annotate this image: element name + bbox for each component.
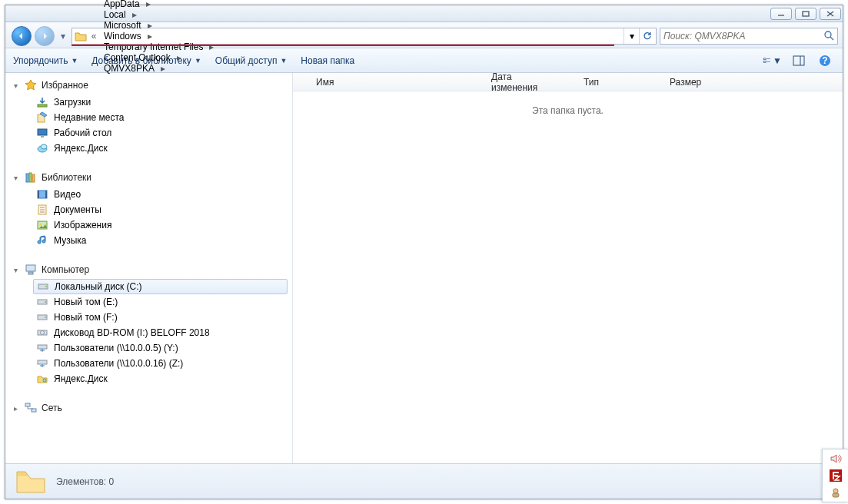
back-button[interactable] — [12, 26, 32, 46]
organize-label: Упорядочить — [13, 55, 68, 66]
volume-icon[interactable] — [830, 453, 842, 465]
libraries-header[interactable]: ▾ Библиотеки — [5, 170, 292, 187]
tree-item[interactable]: Пользователи (\\10.0.0.16) (Z:) — [5, 356, 292, 371]
svg-rect-24 — [38, 191, 39, 198]
svg-point-19 — [41, 144, 47, 149]
svg-rect-20 — [26, 174, 28, 182]
favorites-header[interactable]: ▾ Избранное — [5, 78, 292, 94]
search-input[interactable] — [663, 31, 823, 41]
column-size[interactable]: Размер — [647, 73, 716, 91]
maximize-button[interactable] — [795, 8, 816, 20]
tree-item[interactable]: Музыка — [5, 233, 292, 248]
yadiskf-icon — [36, 373, 48, 385]
computer-icon — [25, 264, 37, 276]
svg-rect-17 — [41, 136, 44, 138]
tree-item[interactable]: Яндекс.Диск — [5, 141, 292, 156]
breadcrumb-chevron-icon[interactable]: ▸ — [207, 41, 216, 52]
recent-icon — [36, 111, 48, 124]
close-button[interactable] — [820, 8, 841, 20]
breadcrumb-chevron-icon[interactable]: ▸ — [158, 63, 168, 74]
search-icon[interactable] — [823, 30, 834, 43]
computer-header[interactable]: ▾ Компьютер — [5, 262, 292, 279]
tree-item[interactable]: Документы — [5, 202, 292, 217]
tree-item[interactable]: Видео — [5, 187, 292, 202]
libraries-label: Библиотеки — [42, 172, 91, 183]
network-label: Сеть — [42, 403, 62, 413]
breadcrumb-chevron-icon[interactable]: ▸ — [144, 0, 153, 9]
breadcrumb-chevron-icon[interactable]: ▸ — [175, 52, 184, 63]
computer-label: Компьютер — [42, 264, 89, 275]
minimize-button[interactable] — [770, 8, 792, 20]
breadcrumb-segment[interactable]: Local — [100, 9, 130, 20]
breadcrumb-chevron-icon[interactable]: ▸ — [130, 9, 139, 20]
tree-item[interactable]: Пользователи (\\10.0.0.5) (Y:) — [5, 340, 292, 356]
tree-item[interactable]: Недавние места — [5, 110, 292, 125]
collapse-icon[interactable]: ▾ — [12, 81, 20, 90]
network-group: ▸ Сеть — [5, 400, 292, 417]
tree-item-label: Музыка — [54, 235, 86, 246]
collapse-icon[interactable]: ▾ — [12, 266, 20, 274]
nav-history-dropdown[interactable]: ▾ — [58, 31, 68, 41]
tree-item-label: Яндекс.Диск — [54, 373, 108, 384]
tree-item[interactable]: Загрузки — [5, 94, 292, 110]
help-button[interactable]: ? — [815, 52, 835, 69]
app-tray-icon[interactable] — [830, 486, 842, 499]
tree-item[interactable]: Новый том (F:) — [5, 310, 292, 325]
new-folder-button[interactable]: Новая папка — [301, 55, 354, 66]
disk-icon — [36, 311, 48, 323]
share-label: Общий доступ — [215, 55, 278, 66]
organize-menu[interactable]: Упорядочить▼ — [13, 55, 78, 66]
network-icon — [25, 402, 37, 414]
collapse-icon[interactable]: ▾ — [12, 174, 20, 182]
address-bar-wrap: « AppData▸Local▸Microsoft▸Windows▸Tempor… — [71, 28, 657, 45]
svg-rect-22 — [32, 174, 35, 182]
breadcrumb-segment[interactable]: Temporary Internet Files — [100, 41, 207, 52]
folder-icon — [74, 29, 88, 43]
svg-rect-32 — [26, 265, 35, 271]
disk-icon — [37, 280, 49, 293]
column-type[interactable]: Тип — [560, 73, 647, 91]
tree-item[interactable]: Изображения — [5, 217, 292, 233]
svg-rect-33 — [28, 272, 33, 274]
share-menu[interactable]: Общий доступ▼ — [215, 55, 288, 66]
status-text: Элементов: 0 — [56, 476, 114, 487]
column-date[interactable]: Дата изменения — [468, 73, 560, 91]
tree-item[interactable]: Локальный диск (C:) — [33, 279, 288, 294]
svg-rect-49 — [833, 493, 839, 497]
breadcrumb-chevron-icon[interactable]: ▸ — [145, 31, 155, 41]
breadcrumb-chevron-icon[interactable]: ▸ — [145, 20, 155, 31]
address-bar[interactable]: « AppData▸Local▸Microsoft▸Windows▸Tempor… — [71, 28, 657, 45]
navigation-tree[interactable]: ▾ Избранное ЗагрузкиНедавние местаРабочи… — [5, 73, 293, 463]
search-box[interactable] — [660, 28, 838, 45]
breadcrumb-segment[interactable]: Windows — [100, 31, 145, 41]
tree-item[interactable]: Рабочий стол — [5, 125, 292, 141]
view-options-button[interactable]: ▼ — [763, 52, 783, 69]
favorites-label: Избранное — [42, 80, 88, 91]
desktop-icon — [36, 127, 48, 139]
tree-item[interactable]: Дисковод BD-ROM (I:) BELOFF 2018 — [5, 325, 292, 340]
libraries-icon — [25, 171, 37, 184]
network-header[interactable]: ▸ Сеть — [5, 400, 292, 417]
svg-point-35 — [45, 286, 47, 287]
expand-icon[interactable]: ▸ — [12, 404, 20, 413]
svg-point-31 — [40, 224, 42, 226]
breadcrumb-segment[interactable]: Content.Outlook — [100, 52, 175, 63]
breadcrumb-segment[interactable]: AppData — [100, 0, 144, 9]
refresh-button[interactable] — [639, 28, 654, 44]
music-icon — [36, 234, 48, 247]
breadcrumb-overflow-chevron[interactable]: « — [89, 31, 98, 41]
breadcrumb-segment[interactable]: QMVX8PKA — [100, 63, 158, 74]
svg-point-48 — [833, 489, 838, 493]
column-name[interactable]: Имя — [293, 73, 468, 91]
svg-rect-16 — [38, 129, 47, 135]
filezilla-icon[interactable] — [830, 469, 842, 482]
tree-item[interactable]: Новый том (E:) — [5, 294, 292, 310]
breadcrumb-segment[interactable]: Microsoft — [100, 20, 145, 31]
preview-pane-button[interactable] — [789, 52, 809, 69]
address-dropdown[interactable]: ▾ — [624, 28, 639, 44]
forward-button[interactable] — [35, 26, 55, 46]
svg-rect-45 — [25, 403, 30, 406]
svg-line-5 — [830, 37, 833, 40]
tree-item[interactable]: Яндекс.Диск — [5, 371, 292, 386]
tree-item-label: Видео — [54, 189, 81, 200]
